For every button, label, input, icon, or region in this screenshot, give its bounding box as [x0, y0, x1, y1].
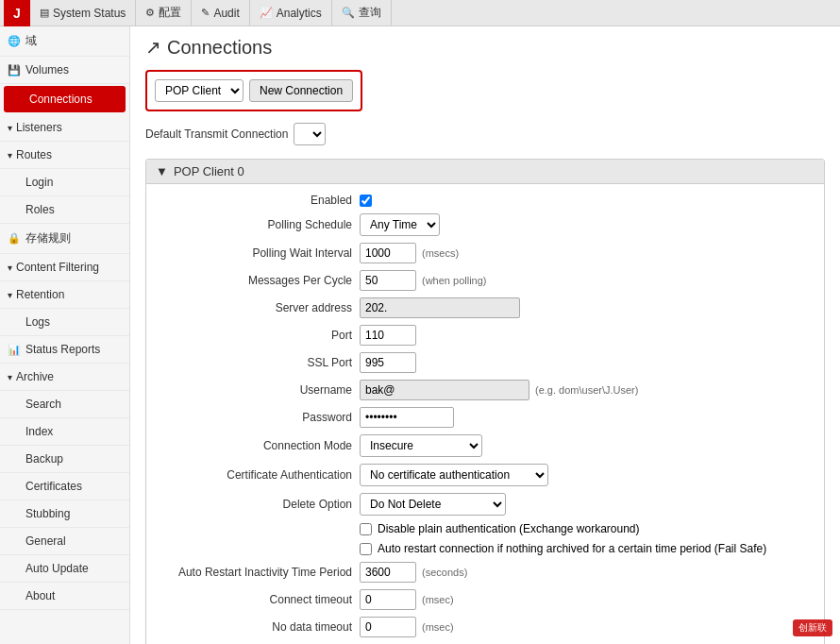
cert-auth-select[interactable]: No certificate authentication Required O…: [360, 464, 548, 486]
port-input[interactable]: [360, 325, 416, 346]
sidebar-item-volumes[interactable]: 💾 Volumes: [0, 57, 129, 84]
page-title: ↗ Connections: [145, 36, 825, 59]
inactivity-unit: (seconds): [422, 567, 467, 578]
enabled-label: Enabled: [161, 194, 360, 207]
sidebar-item-roles-label: Roles: [25, 203, 55, 216]
sidebar-item-index[interactable]: Index: [0, 418, 129, 446]
new-connection-button[interactable]: New Connection: [249, 79, 353, 102]
sidebar-item-general[interactable]: General: [0, 528, 129, 555]
default-transmit-select[interactable]: [294, 123, 326, 145]
sidebar-item-status-reports[interactable]: 📊 Status Reports: [0, 336, 129, 364]
inactivity-input[interactable]: [360, 562, 416, 583]
section-content: Enabled Polling Schedule Any Time Custom: [146, 184, 824, 644]
delete-option-select[interactable]: Do Not Delete Delete After Download Dele…: [360, 493, 506, 516]
no-data-timeout-unit: (msec): [422, 621, 454, 633]
sidebar-item-archive[interactable]: ▾ Archive: [0, 364, 129, 391]
port-value: [360, 325, 416, 346]
sidebar-item-about[interactable]: About: [0, 583, 129, 610]
sidebar-item-storage-rules[interactable]: 🔒 存储规则: [0, 224, 129, 254]
sidebar-item-domains-label: 域: [25, 33, 37, 49]
server-address-input[interactable]: [360, 297, 520, 318]
polling-wait-row: Polling Wait Interval (msecs): [161, 243, 809, 263]
sidebar-item-certificates[interactable]: Certificates: [0, 473, 129, 500]
sidebar-item-listeners[interactable]: ▾ Listeners: [0, 114, 129, 142]
top-nav: J ▤ System Status ⚙ 配置 ✎ Audit 📈 Analyti…: [0, 0, 840, 26]
nav-query[interactable]: 🔍 查询: [332, 0, 392, 26]
sidebar-item-general-label: General: [25, 534, 66, 548]
messages-per-cycle-label: Messages Per Cycle: [161, 274, 360, 287]
sidebar-item-routes-label: Routes: [16, 148, 52, 161]
no-data-timeout-input[interactable]: [360, 617, 416, 637]
system-status-icon: ▤: [40, 7, 49, 19]
connection-type-select[interactable]: POP Client SMTP IMAP: [155, 79, 244, 102]
sidebar-item-roles[interactable]: Roles: [0, 196, 129, 224]
nav-system-status-label: System Status: [53, 7, 126, 20]
sidebar-item-login-label: Login: [25, 176, 53, 189]
cert-auth-value: No certificate authentication Required O…: [360, 464, 548, 486]
sidebar-item-logs-label: Logs: [25, 315, 50, 329]
config-icon: ⚙: [145, 7, 155, 19]
sidebar-item-search[interactable]: Search: [0, 391, 129, 418]
connect-timeout-unit: (msec): [422, 594, 454, 605]
enabled-checkbox[interactable]: [360, 195, 372, 207]
cert-auth-row: Certificate Authentication No certificat…: [161, 464, 809, 486]
inactivity-value: (seconds): [360, 562, 467, 583]
delete-option-label: Delete Option: [161, 498, 360, 511]
connect-timeout-input[interactable]: [360, 589, 416, 610]
nav-audit[interactable]: ✎ Audit: [192, 0, 249, 26]
cf-arrow: ▾: [8, 263, 12, 273]
auto-restart-label: Auto restart connection if nothing archi…: [378, 542, 766, 555]
password-input[interactable]: [360, 407, 454, 428]
polling-schedule-select[interactable]: Any Time Custom: [360, 213, 440, 236]
messages-per-cycle-hint: (when polling): [422, 275, 486, 286]
sidebar-item-retention[interactable]: ▾ Retention: [0, 281, 129, 309]
sidebar-item-content-filtering[interactable]: ▾ Content Filtering: [0, 254, 129, 281]
nav-config[interactable]: ⚙ 配置: [136, 0, 192, 26]
page-title-arrow: ↗: [145, 36, 161, 59]
sidebar-item-login[interactable]: Login: [0, 169, 129, 196]
sidebar-item-auto-update[interactable]: Auto Update: [0, 555, 129, 583]
nav-analytics[interactable]: 📈 Analytics: [250, 0, 332, 26]
sidebar-item-auto-update-label: Auto Update: [25, 562, 89, 575]
connection-mode-value: Insecure SSL TLS: [360, 434, 482, 457]
sidebar-item-domains[interactable]: 🌐 域: [0, 26, 129, 57]
polling-wait-unit: (msecs): [422, 247, 459, 259]
disable-plain-auth-value: Disable plain authentication (Exchange w…: [360, 522, 640, 535]
password-row: Password: [161, 407, 809, 428]
polling-schedule-label: Polling Schedule: [161, 218, 360, 231]
content-area: ↗ Connections POP Client SMTP IMAP New C…: [130, 26, 840, 644]
username-label: Username: [161, 383, 360, 397]
sidebar-item-connections[interactable]: Connections: [4, 86, 126, 112]
auto-restart-checkbox[interactable]: [360, 543, 372, 555]
nav-system-status[interactable]: ▤ System Status: [30, 0, 136, 26]
inactivity-label: Auto Restart Inactivity Time Period: [161, 566, 360, 579]
password-value: [360, 407, 454, 428]
polling-wait-label: Polling Wait Interval: [161, 246, 360, 260]
sidebar-item-archive-label: Archive: [16, 370, 54, 383]
connect-timeout-row: Connect timeout (msec): [161, 589, 809, 610]
polling-wait-value: (msecs): [360, 243, 459, 263]
disable-plain-auth-checkbox[interactable]: [360, 523, 372, 535]
sidebar-item-logs[interactable]: Logs: [0, 309, 129, 336]
sidebar-item-routes[interactable]: ▾ Routes: [0, 142, 129, 169]
username-value: (e.g. dom\user\J.User): [360, 380, 638, 400]
retention-arrow: ▾: [8, 290, 12, 300]
storage-rules-icon: 🔒: [8, 232, 21, 245]
username-input[interactable]: [360, 380, 529, 400]
default-transmit-label: Default Transmit Connection: [145, 127, 288, 141]
polling-wait-input[interactable]: [360, 243, 416, 263]
delete-option-row: Delete Option Do Not Delete Delete After…: [161, 493, 809, 516]
sidebar-item-backup[interactable]: Backup: [0, 446, 129, 473]
connection-mode-select[interactable]: Insecure SSL TLS: [360, 434, 482, 457]
section-header[interactable]: ▼ POP Client 0: [146, 160, 824, 184]
main-layout: 🌐 域 💾 Volumes Connections ▾ Listeners ▾ …: [0, 26, 840, 644]
username-row: Username (e.g. dom\user\J.User): [161, 380, 809, 400]
connection-controls: POP Client SMTP IMAP New Connection: [145, 70, 362, 111]
sidebar-item-stubbing[interactable]: Stubbing: [0, 500, 129, 528]
messages-per-cycle-input[interactable]: [360, 270, 416, 291]
nav-config-label: 配置: [159, 5, 181, 21]
ssl-port-input[interactable]: [360, 352, 416, 373]
sidebar-item-cf-label: Content Filtering: [16, 261, 99, 274]
audit-icon: ✎: [201, 7, 210, 19]
server-address-value: [360, 297, 520, 318]
